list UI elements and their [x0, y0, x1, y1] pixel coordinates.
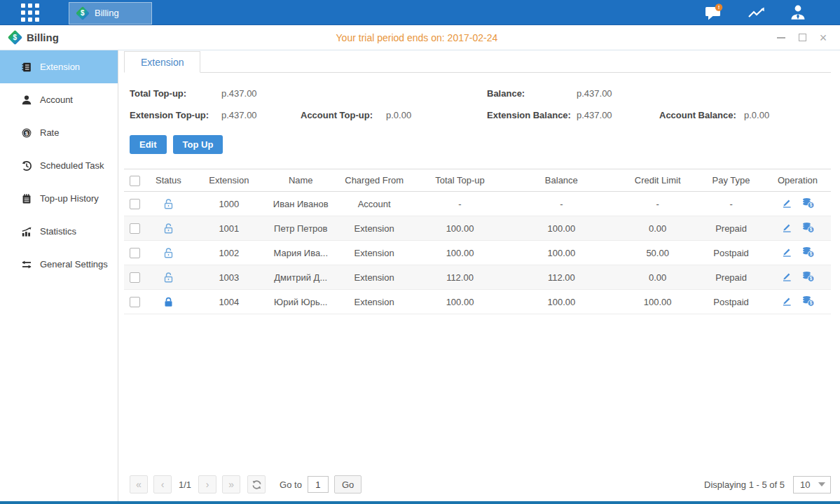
cell-credit-limit: - — [617, 192, 698, 216]
top-up-button[interactable]: Top Up — [173, 135, 223, 154]
cell-name: Мария Ива... — [268, 241, 334, 265]
go-button[interactable]: Go — [334, 475, 362, 493]
page-size-select[interactable]: 10 — [793, 476, 831, 493]
cell-total-topup: 100.00 — [415, 241, 506, 265]
edit-icon[interactable] — [781, 295, 792, 307]
prev-page-button[interactable]: ‹ — [153, 475, 172, 493]
edit-icon[interactable] — [781, 246, 792, 258]
cell-total-topup: 100.00 — [415, 290, 506, 314]
cell-balance: - — [505, 192, 617, 216]
col-balance: Balance — [505, 169, 617, 192]
reports-chart-icon[interactable] — [748, 5, 766, 20]
maximize-icon[interactable] — [797, 32, 808, 43]
sidebar-item-topup-history[interactable]: Top-up History — [0, 182, 118, 215]
main-content: Extension Total Top-up: p.437.00 Extensi… — [118, 50, 840, 501]
edit-icon[interactable] — [781, 197, 792, 209]
sidebar-item-label: General Settings — [40, 259, 108, 270]
goto-page-input[interactable] — [308, 476, 329, 493]
first-page-button[interactable]: « — [130, 475, 148, 493]
page-size-value: 10 — [794, 479, 810, 490]
edit-icon[interactable] — [781, 222, 792, 233]
row-checkbox[interactable] — [130, 248, 140, 258]
cell-name: Иван Иванов — [268, 192, 334, 216]
sidebar-item-label: Top-up History — [40, 193, 99, 204]
topup-coins-icon[interactable]: $ — [801, 295, 815, 307]
last-page-button[interactable]: » — [222, 475, 240, 493]
row-checkbox[interactable] — [130, 297, 140, 307]
tab-extension[interactable]: Extension — [124, 51, 200, 73]
window-bottom-edge — [0, 501, 840, 504]
page-title: Billing — [27, 31, 59, 43]
sidebar-item-label: Statistics — [40, 226, 76, 237]
row-checkbox[interactable] — [130, 199, 140, 209]
billing-dollar-icon: $ — [8, 30, 22, 45]
cell-extension: 1002 — [191, 241, 268, 265]
unlocked-icon — [163, 223, 174, 234]
table-row: 1000 Иван Иванов Account - - - - — [124, 192, 831, 216]
account-balance-label: Account Balance: — [659, 110, 744, 120]
cell-charged-from: Extension — [334, 241, 415, 265]
page-indicator: 1/1 — [179, 479, 191, 490]
topup-coins-icon[interactable]: $ — [801, 271, 815, 282]
cell-pay-type: Prepaid — [698, 265, 764, 290]
messages-icon[interactable]: ! — [705, 4, 724, 21]
unlocked-icon — [163, 247, 174, 259]
account-person-icon — [20, 94, 32, 106]
cell-name: Дмитрий Д... — [268, 265, 334, 290]
settings-sliders-icon — [20, 259, 32, 270]
extension-balance-value: p.437.00 — [577, 110, 659, 120]
svg-text:$: $ — [25, 130, 28, 136]
sidebar-item-account[interactable]: Account — [0, 83, 118, 116]
cell-extension: 1001 — [191, 216, 268, 241]
svg-text:!: ! — [718, 4, 720, 10]
cell-pay-type: - — [698, 192, 764, 216]
row-checkbox[interactable] — [130, 272, 140, 283]
sidebar-item-scheduled-task[interactable]: Scheduled Task — [0, 149, 118, 182]
account-topup-label: Account Top-up: — [301, 110, 386, 120]
topup-coins-icon[interactable]: $ — [801, 246, 815, 258]
extension-balance-label: Extension Balance: — [487, 110, 577, 120]
cell-balance: 100.00 — [505, 216, 617, 241]
refresh-icon[interactable] — [247, 475, 266, 493]
minimize-icon[interactable] — [776, 32, 787, 43]
cell-balance: 112.00 — [505, 265, 617, 290]
cell-name: Юрий Юрь... — [268, 290, 334, 314]
app-launcher-icon[interactable] — [21, 4, 39, 22]
sidebar-item-rate[interactable]: $ Rate — [0, 116, 118, 149]
svg-text:$: $ — [809, 276, 812, 281]
edit-icon[interactable] — [781, 271, 792, 282]
close-icon[interactable]: × — [818, 32, 829, 43]
history-clock-icon — [20, 160, 32, 172]
col-credit-limit: Credit Limit — [617, 169, 698, 192]
sidebar-item-label: Scheduled Task — [40, 160, 104, 171]
statistics-bars-icon — [20, 226, 32, 237]
extension-book-icon — [20, 62, 32, 73]
sidebar-item-statistics[interactable]: Statistics — [0, 215, 118, 248]
taskbar-tab-billing[interactable]: $ Billing — [69, 2, 152, 24]
sidebar-item-extension[interactable]: Extension — [0, 50, 118, 83]
rate-dollar-coin-icon: $ — [20, 127, 32, 139]
table-row: 1003 Дмитрий Д... Extension 112.00 112.0… — [124, 265, 831, 290]
user-account-icon[interactable] — [790, 4, 806, 21]
pagination-bar: « ‹ 1/1 › » Go to Go Displaying — [124, 475, 831, 501]
unlocked-icon — [163, 198, 174, 210]
cell-extension: 1004 — [191, 290, 268, 314]
svg-text:$: $ — [809, 227, 812, 232]
topup-coins-icon[interactable]: $ — [801, 222, 815, 233]
total-topup-label: Total Top-up: — [130, 88, 221, 99]
sidebar-item-general-settings[interactable]: General Settings — [0, 248, 118, 281]
table-row: 1002 Мария Ива... Extension 100.00 100.0… — [124, 241, 831, 265]
topup-coins-icon[interactable]: $ — [801, 197, 815, 209]
cell-name: Петр Петров — [268, 216, 334, 241]
balance-summary: Total Top-up: p.437.00 Extension Top-up:… — [130, 83, 831, 126]
billing-dollar-icon: $ — [76, 6, 90, 20]
cell-total-topup: - — [415, 192, 506, 216]
unlocked-icon — [163, 272, 174, 284]
cell-credit-limit: 50.00 — [617, 241, 698, 265]
cell-charged-from: Extension — [334, 265, 415, 290]
row-checkbox[interactable] — [130, 223, 140, 234]
extensions-table: Status Extension Name Charged From Total… — [124, 169, 831, 314]
edit-button[interactable]: Edit — [130, 135, 167, 154]
select-all-checkbox[interactable] — [130, 176, 140, 186]
next-page-button[interactable]: › — [198, 475, 216, 493]
